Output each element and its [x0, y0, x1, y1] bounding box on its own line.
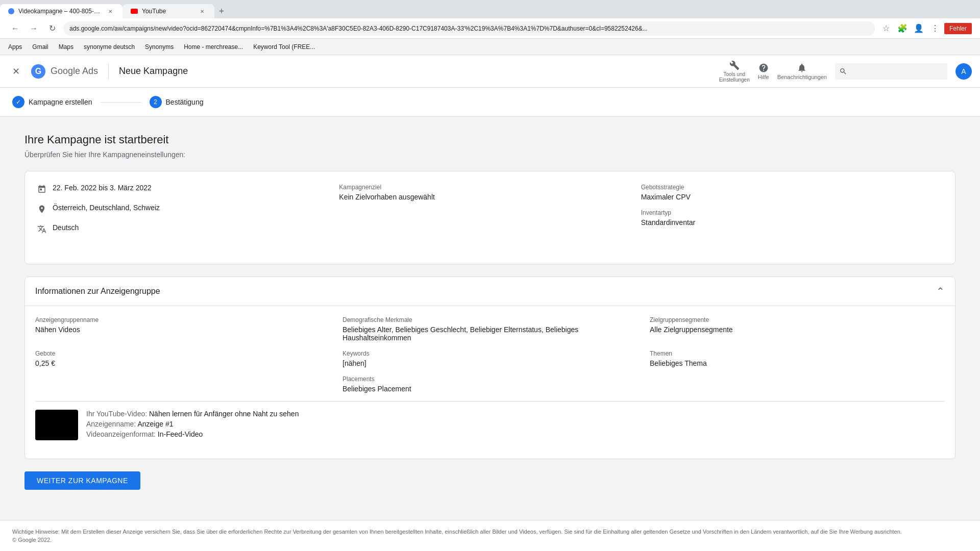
- url-bar[interactable]: ads.google.com/aw/campaigns/new/video?oc…: [63, 21, 875, 36]
- notifications-button[interactable]: Benachrichtigungen: [777, 63, 827, 80]
- bookmark-synonyms-label: Synonyms: [145, 43, 174, 51]
- keywords-label: Keywords: [342, 350, 638, 357]
- step-connector: [101, 102, 141, 103]
- back-button[interactable]: ←: [8, 21, 22, 36]
- avatar-letter: A: [961, 67, 966, 76]
- tab-youtube[interactable]: YouTube ✕: [122, 4, 214, 18]
- step-1: ✓ Kampagne erstellen: [12, 96, 92, 108]
- new-tab-button[interactable]: +: [214, 4, 229, 18]
- notifications-label: Benachrichtigungen: [777, 74, 827, 80]
- adgroup-name-field: Anzeigengruppenname Nähen Videos: [35, 316, 330, 342]
- bookmark-maps[interactable]: Maps: [55, 42, 78, 52]
- goal-label: Kampagnenziel: [339, 184, 628, 191]
- placements-label: Placements: [342, 375, 638, 383]
- video-title-row: Ihr YouTube-Video: Nähen lernen für Anfä…: [86, 410, 299, 418]
- search-bar[interactable]: [835, 63, 947, 80]
- calendar-icon: [37, 185, 46, 195]
- browser-chrome: Videokampagne – 400-805-692! ✕ YouTube ✕…: [0, 0, 980, 55]
- demographics-value: Beliebiges Alter, Beliebiges Geschlecht,…: [342, 325, 638, 342]
- adgroup-grid: Anzeigengruppenname Nähen Videos Demogra…: [35, 316, 945, 393]
- bookmark-home[interactable]: Home - merchrease...: [180, 42, 247, 52]
- progress-steps: ✓ Kampagne erstellen 2 Bestätigung: [0, 88, 980, 117]
- copyright: © Google 2022.: [12, 537, 968, 543]
- language-value: Deutsch: [53, 223, 79, 232]
- continue-campaign-button[interactable]: WEITER ZUR KAMPAGNE: [24, 471, 140, 490]
- video-row: Ihr YouTube-Video: Nähen lernen für Anfä…: [35, 401, 945, 448]
- tab-title-2: YouTube: [142, 8, 194, 15]
- themes-field: Themen Beliebiges Thema: [650, 350, 945, 367]
- keywords-field: Keywords [nähen]: [342, 350, 638, 367]
- placements-value: Beliebiges Placement: [342, 385, 638, 393]
- tools-settings-button[interactable]: Tools undEinstellungen: [719, 60, 750, 83]
- bookmark-gmail[interactable]: Gmail: [28, 42, 52, 52]
- help-icon: [758, 63, 769, 73]
- notifications-icon: [797, 63, 807, 73]
- app-logo: G Google Ads: [30, 63, 98, 80]
- adgroup-name-value: Nähen Videos: [35, 325, 330, 334]
- step-1-label: Kampagne erstellen: [29, 98, 92, 106]
- location-row: Österreich, Deutschland, Schweiz: [37, 204, 327, 215]
- bid-strategy-value: Maximaler CPV: [641, 193, 930, 201]
- placements-field: Placements Beliebiges Placement: [342, 375, 638, 393]
- tab-close-1[interactable]: ✕: [106, 7, 114, 15]
- spacer-field: [35, 375, 330, 393]
- adgroup-name-label: Anzeigengruppenname: [35, 316, 330, 323]
- header-actions: Tools undEinstellungen Hilfe Benachricht…: [719, 60, 972, 83]
- summary-col-3: Gebotsstrategie Maximaler CPV Inventarty…: [641, 184, 943, 252]
- step-1-check: ✓: [12, 96, 24, 108]
- close-button[interactable]: ✕: [8, 62, 24, 81]
- app-container: ✕ G Google Ads Neue Kampagne Tools undEi…: [0, 55, 980, 551]
- step-2-label: Bestätigung: [166, 98, 204, 106]
- account-button[interactable]: 👤: [912, 21, 926, 36]
- error-button[interactable]: Fehler: [944, 23, 972, 34]
- bookmark-apps[interactable]: Apps: [4, 42, 26, 52]
- adgroup-header[interactable]: Informationen zur Anzeigengruppe ⌃: [25, 277, 955, 306]
- video-thumbnail: [35, 410, 78, 440]
- bookmark-button[interactable]: ☆: [879, 21, 893, 36]
- bookmark-synonyms[interactable]: Synonyms: [141, 42, 178, 52]
- bookmark-keyword[interactable]: Keyword Tool (FREE...: [249, 42, 319, 52]
- reload-button[interactable]: ↻: [45, 21, 59, 36]
- extensions-button[interactable]: 🧩: [895, 21, 910, 36]
- tab-favicon-google: [8, 8, 14, 14]
- language-row: Deutsch: [37, 223, 327, 235]
- page-title: Ihre Kampagne ist startbereit: [24, 133, 955, 146]
- header-divider: [108, 63, 109, 80]
- language-icon: [37, 224, 46, 235]
- tab-close-2[interactable]: ✕: [198, 7, 206, 15]
- adgroup-title: Informationen zur Anzeigengruppe: [35, 287, 160, 296]
- tools-icon: [729, 60, 740, 70]
- page-subtitle: Überprüfen Sie hier Ihre Kampagneneinste…: [24, 151, 955, 159]
- video-info: Ihr YouTube-Video: Nähen lernen für Anfä…: [86, 410, 299, 438]
- date-value: 22. Feb. 2022 bis 3. März 2022: [53, 184, 152, 192]
- spacer-field-2: [650, 375, 945, 393]
- svg-text:G: G: [35, 67, 41, 76]
- campaign-card: 22. Feb. 2022 bis 3. März 2022 Österreic…: [24, 171, 955, 264]
- main-content: Ihre Kampagne ist startbereit Überprüfen…: [0, 117, 980, 520]
- demographics-field: Demografische Merkmale Beliebiges Alter,…: [342, 316, 638, 342]
- menu-button[interactable]: ⋮: [928, 21, 942, 36]
- help-button[interactable]: Hilfe: [758, 63, 769, 80]
- google-ads-logo-icon: G: [30, 63, 46, 80]
- inventory-value: Standardinventar: [641, 218, 930, 227]
- forward-button[interactable]: →: [27, 21, 41, 36]
- location-icon: [37, 205, 46, 215]
- tools-label: Tools undEinstellungen: [719, 71, 750, 83]
- search-icon: [839, 67, 847, 76]
- app-header: ✕ G Google Ads Neue Kampagne Tools undEi…: [0, 55, 980, 88]
- footer: Wichtige Hinweise: Mit dem Erstellen die…: [0, 520, 980, 551]
- avatar[interactable]: A: [955, 63, 972, 80]
- adgroup-body: Anzeigengruppenname Nähen Videos Demogra…: [25, 306, 955, 459]
- themes-value: Beliebiges Thema: [650, 359, 945, 367]
- footer-notice: Wichtige Hinweise: Mit dem Erstellen die…: [12, 529, 968, 535]
- bid-value: 0,25 €: [35, 359, 330, 367]
- bookmark-synonyme[interactable]: synonyme deutsch: [80, 42, 139, 52]
- tab-videokampagne[interactable]: Videokampagne – 400-805-692! ✕: [0, 4, 122, 18]
- segments-value: Alle Zielgruppensegmente: [650, 325, 945, 334]
- tab-favicon-youtube: [131, 9, 138, 14]
- demographics-label: Demografische Merkmale: [342, 316, 638, 323]
- adgroup-section: Informationen zur Anzeigengruppe ⌃ Anzei…: [24, 277, 955, 459]
- collapse-icon[interactable]: ⌃: [936, 285, 945, 297]
- logo-text: Google Ads: [51, 66, 98, 77]
- step-2-number: 2: [150, 96, 162, 108]
